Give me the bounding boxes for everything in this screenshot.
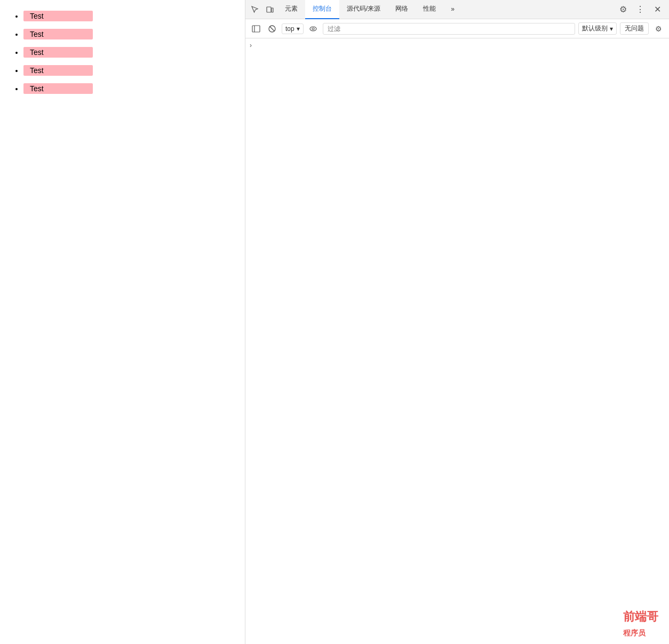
list-item-label-3: Test (23, 47, 93, 58)
list-item-label-4: Test (23, 65, 93, 76)
list-item: Test (23, 47, 234, 58)
no-issues-label: 无问题 (625, 24, 644, 33)
devtools-top-icons: ⚙ ⋮ ✕ (611, 2, 669, 17)
main-layout: Test Test Test Test Test (0, 0, 669, 644)
console-content: › (245, 38, 669, 644)
devtools-tabs-bar: 元素 控制台 源代码/来源 网络 性能 » ⚙ ⋮ ✕ (245, 0, 669, 19)
inspect-icon[interactable] (248, 2, 262, 17)
tab-network[interactable]: 网络 (388, 0, 416, 19)
context-selector[interactable]: top ▾ (282, 23, 304, 34)
list-item-label-1: Test (23, 11, 93, 21)
test-list: Test Test Test Test Test (11, 11, 234, 94)
svg-rect-1 (272, 8, 273, 12)
tab-elements[interactable]: 元素 (277, 0, 305, 19)
tab-performance[interactable]: 性能 (416, 0, 443, 19)
chevron-down-icon: ▾ (297, 25, 300, 33)
tab-console[interactable]: 控制台 (305, 0, 339, 19)
list-item: Test (23, 11, 234, 21)
svg-line-5 (270, 26, 275, 31)
svg-point-7 (312, 28, 314, 30)
live-expressions-icon[interactable] (307, 22, 320, 35)
list-item: Test (23, 65, 234, 76)
list-item-label-2: Test (23, 29, 93, 39)
console-settings-icon[interactable]: ⚙ (652, 22, 665, 35)
webpage-panel: Test Test Test Test Test (0, 0, 245, 644)
filter-input[interactable] (323, 23, 575, 35)
log-level-label: 默认级别 (582, 24, 608, 33)
sidebar-toggle-icon[interactable] (250, 22, 262, 35)
log-level-selector[interactable]: 默认级别 ▾ (578, 22, 617, 35)
console-expand-arrow[interactable]: › (250, 42, 252, 49)
no-issues-badge: 无问题 (620, 22, 649, 35)
devtools-more-icon[interactable]: ⋮ (633, 2, 648, 17)
devtools-settings-icon[interactable]: ⚙ (616, 2, 631, 17)
devtools-panel: 元素 控制台 源代码/来源 网络 性能 » ⚙ ⋮ ✕ (245, 0, 669, 644)
svg-rect-2 (252, 26, 260, 32)
level-chevron-icon: ▾ (610, 25, 613, 33)
console-toolbar: top ▾ 默认级别 ▾ 无问题 ⚙ (245, 19, 669, 38)
context-selector-label: top (285, 25, 294, 33)
tab-more[interactable]: » (443, 0, 462, 19)
tab-sources[interactable]: 源代码/来源 (339, 0, 388, 19)
list-item: Test (23, 29, 234, 39)
list-item: Test (23, 83, 234, 94)
device-toggle-icon[interactable] (262, 2, 277, 17)
svg-rect-0 (267, 7, 271, 12)
devtools-close-icon[interactable]: ✕ (650, 2, 665, 17)
list-item-label-5: Test (23, 83, 93, 94)
svg-point-6 (310, 27, 316, 31)
clear-console-icon[interactable] (266, 22, 278, 35)
